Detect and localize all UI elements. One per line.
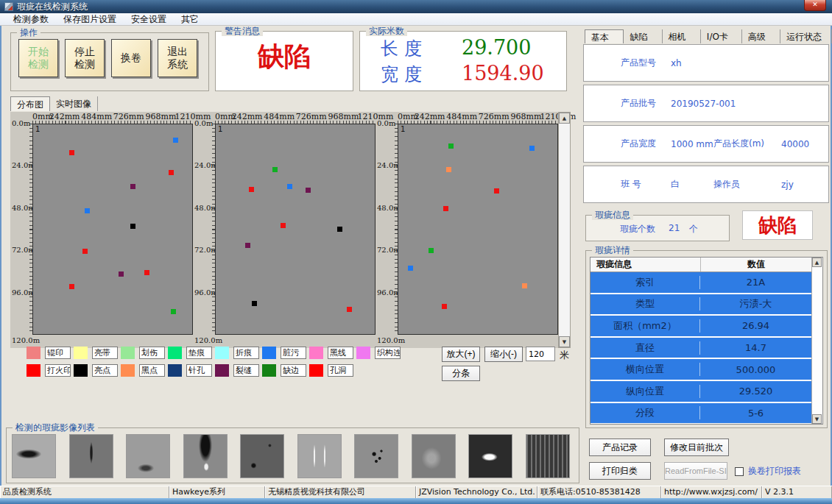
table-cell-name: 横向位置 xyxy=(590,363,700,376)
defect-point[interactable] xyxy=(306,188,311,193)
defect-thumbnail[interactable] xyxy=(12,434,56,478)
defect-point[interactable] xyxy=(245,243,250,248)
tab-基本信息[interactable]: 基本信息 xyxy=(585,29,624,43)
defect-point[interactable] xyxy=(69,284,74,289)
defect-point[interactable] xyxy=(130,184,135,189)
close-button[interactable]: ✕ xyxy=(804,0,826,11)
y-axis-tick: 0.0m xyxy=(12,119,34,127)
tab-运行状态信息[interactable]: 运行状态信息 xyxy=(780,29,832,43)
tab-缺陷列表[interactable]: 缺陷列表 xyxy=(624,29,662,43)
op-button[interactable]: 换卷 xyxy=(111,39,151,77)
table-row[interactable]: 直径14.7 xyxy=(590,338,811,360)
product-record-button[interactable]: 产品记录 xyxy=(589,439,651,456)
defect-point[interactable] xyxy=(69,150,74,155)
defect-point[interactable] xyxy=(272,167,278,172)
scroll-down-arrow-icon[interactable]: ▼ xyxy=(559,336,570,347)
legend-item: 孔洞 xyxy=(309,364,353,377)
defect-point[interactable] xyxy=(119,271,124,277)
defect-point[interactable] xyxy=(171,309,176,314)
defect-point[interactable] xyxy=(429,248,434,253)
scatter-plot[interactable]: 1 xyxy=(215,124,376,335)
defect-point[interactable] xyxy=(82,249,88,254)
checkbox-icon[interactable] xyxy=(735,467,744,476)
table-row[interactable]: 纵向位置29.520 xyxy=(590,381,811,403)
legend-label: 裂缝 xyxy=(233,364,259,377)
defect-point[interactable] xyxy=(252,301,257,306)
defect-point[interactable] xyxy=(281,223,286,228)
table-header-value: 数值 xyxy=(701,258,811,271)
table-header-name: 瑕疵信息 xyxy=(590,258,701,271)
defect-thumbnail[interactable] xyxy=(354,434,398,478)
op-button[interactable]: 退出 系统 xyxy=(158,39,197,77)
defect-point[interactable] xyxy=(442,304,447,309)
y-axis-tick: 120.0m xyxy=(194,336,216,344)
product-field-label: 产品宽度 xyxy=(621,138,671,150)
scroll-up-arrow-icon[interactable]: ▲ xyxy=(812,258,822,267)
defect-point[interactable] xyxy=(443,206,448,211)
zoom-out-button[interactable]: 缩小(-) xyxy=(484,347,523,362)
defect-point[interactable] xyxy=(169,170,174,175)
defect-point[interactable] xyxy=(522,283,527,288)
split-button[interactable]: 分条 xyxy=(442,366,480,381)
modify-batch-button[interactable]: 修改目前批次 xyxy=(664,439,729,456)
defect-count-value: 21 xyxy=(669,223,689,235)
table-scrollbar[interactable]: ▲ ▼ xyxy=(811,258,822,424)
table-row[interactable]: 面积（mm2）26.94 xyxy=(590,316,811,338)
defect-point[interactable] xyxy=(494,188,499,194)
table-row[interactable]: 索引21A xyxy=(590,272,811,294)
tab-I/O卡测试[interactable]: I/O卡测试 xyxy=(701,29,742,43)
defect-thumbnail[interactable] xyxy=(526,434,570,478)
table-cell-value: 14.7 xyxy=(700,342,811,353)
read-from-file-button[interactable]: ReadFromFile-SIM xyxy=(664,462,727,480)
table-row[interactable]: 类型污渍-大 xyxy=(590,294,811,316)
defect-thumbnail[interactable] xyxy=(126,434,170,478)
scatter-plot[interactable]: 1 xyxy=(32,124,193,335)
defect-thumbnail[interactable] xyxy=(468,434,512,478)
menu-item-检测参数[interactable]: 检测参数 xyxy=(6,13,56,26)
zoom-in-button[interactable]: 放大(+) xyxy=(442,347,480,362)
status-cell: 品质检测系统 xyxy=(0,486,169,499)
op-button[interactable]: 停止 检测 xyxy=(65,39,105,77)
defect-point[interactable] xyxy=(448,143,454,149)
defect-point[interactable] xyxy=(287,184,292,189)
defect-point[interactable] xyxy=(249,187,254,192)
op-button[interactable]: 开始 检测 xyxy=(18,39,58,77)
menu-item-其它[interactable]: 其它 xyxy=(174,13,206,26)
table-row[interactable]: 横向位置500.000 xyxy=(590,359,811,381)
scroll-down-arrow-icon[interactable]: ▼ xyxy=(812,414,822,424)
table-cell-name: 类型 xyxy=(590,297,700,310)
defect-point[interactable] xyxy=(347,307,352,312)
table-row[interactable]: 分段5-6 xyxy=(590,403,811,424)
defect-point[interactable] xyxy=(85,208,90,213)
defect-thumbnail[interactable] xyxy=(297,434,342,478)
menu-item-保存图片设置[interactable]: 保存图片设置 xyxy=(56,13,124,26)
tab-实时图像[interactable]: 实时图像 xyxy=(50,96,98,111)
product-field-value: 1000 mm xyxy=(671,139,713,149)
menu-item-安全设置[interactable]: 安全设置 xyxy=(124,13,174,26)
defect-thumbnail[interactable] xyxy=(69,434,113,478)
y-axis-tick: 48.0m xyxy=(12,204,34,212)
tab-相机控制[interactable]: 相机控制 xyxy=(663,29,701,43)
tab-高级设置[interactable]: 高级设置 xyxy=(742,29,780,43)
print-classify-button[interactable]: 打印归类 xyxy=(589,462,651,480)
defect-thumbnail[interactable] xyxy=(412,434,456,478)
length-input[interactable] xyxy=(526,347,555,361)
table-cell-value: 26.94 xyxy=(700,320,811,331)
defect-point[interactable] xyxy=(529,146,535,151)
defect-point[interactable] xyxy=(446,167,451,172)
defect-point[interactable] xyxy=(173,138,178,143)
legend-item: 黑线 xyxy=(309,347,353,359)
panel-number: 1 xyxy=(35,125,40,133)
defect-point[interactable] xyxy=(408,266,413,271)
tab-分布图[interactable]: 分布图 xyxy=(10,96,50,111)
scatter-plot[interactable]: 1 xyxy=(398,124,558,335)
defect-thumbnail[interactable] xyxy=(183,434,228,478)
defect-point[interactable] xyxy=(337,227,342,232)
app-window: 瑕疵在线检测系统 ✕ 检测参数保存图片设置安全设置其它 操作 开始 检测停止 检… xyxy=(0,0,832,504)
product-field-label: 产品型号 xyxy=(621,57,671,69)
plot-scrollbar[interactable]: ▲ ▼ xyxy=(558,112,571,348)
scroll-up-arrow-icon[interactable]: ▲ xyxy=(559,113,570,124)
defect-point[interactable] xyxy=(130,224,135,229)
defect-thumbnail[interactable] xyxy=(240,434,284,478)
defect-point[interactable] xyxy=(144,270,149,275)
